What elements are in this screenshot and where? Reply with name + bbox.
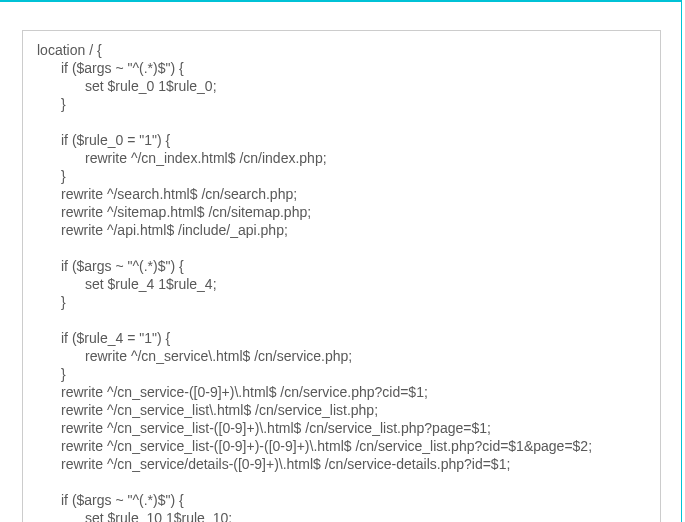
blank-line [37, 311, 646, 329]
code-line: rewrite ^/cn_service-([0-9]+)\.html$ /cn… [37, 383, 646, 401]
code-line: if ($rule_0 = "1") { [37, 131, 646, 149]
code-container: location / { if ($args ~ "^(.*)$") { set… [22, 30, 661, 522]
code-line: location / { [37, 41, 646, 59]
code-line: set $rule_4 1$rule_4; [37, 275, 646, 293]
code-line: if ($args ~ "^(.*)$") { [37, 59, 646, 77]
code-line: rewrite ^/search.html$ /cn/search.php; [37, 185, 646, 203]
code-line: rewrite ^/cn_service/details-([0-9]+)\.h… [37, 455, 646, 473]
code-line: rewrite ^/api.html$ /include/_api.php; [37, 221, 646, 239]
code-line: set $rule_10 1$rule_10; [37, 509, 646, 522]
code-line: if ($args ~ "^(.*)$") { [37, 257, 646, 275]
code-line: } [37, 95, 646, 113]
code-line: set $rule_0 1$rule_0; [37, 77, 646, 95]
code-line: rewrite ^/cn_service_list-([0-9]+)\.html… [37, 419, 646, 437]
blank-line [37, 239, 646, 257]
code-line: rewrite ^/cn_service\.html$ /cn/service.… [37, 347, 646, 365]
blank-line [37, 113, 646, 131]
code-line: } [37, 293, 646, 311]
code-line: rewrite ^/cn_service_list-([0-9]+)-([0-9… [37, 437, 646, 455]
code-line: } [37, 365, 646, 383]
code-line: rewrite ^/cn_index.html$ /cn/index.php; [37, 149, 646, 167]
code-line: rewrite ^/cn_service_list\.html$ /cn/ser… [37, 401, 646, 419]
code-line: } [37, 167, 646, 185]
top-accent-border [0, 0, 682, 2]
blank-line [37, 473, 646, 491]
right-accent-border [681, 0, 682, 522]
code-line: rewrite ^/sitemap.html$ /cn/sitemap.php; [37, 203, 646, 221]
code-line: if ($rule_4 = "1") { [37, 329, 646, 347]
code-line: if ($args ~ "^(.*)$") { [37, 491, 646, 509]
